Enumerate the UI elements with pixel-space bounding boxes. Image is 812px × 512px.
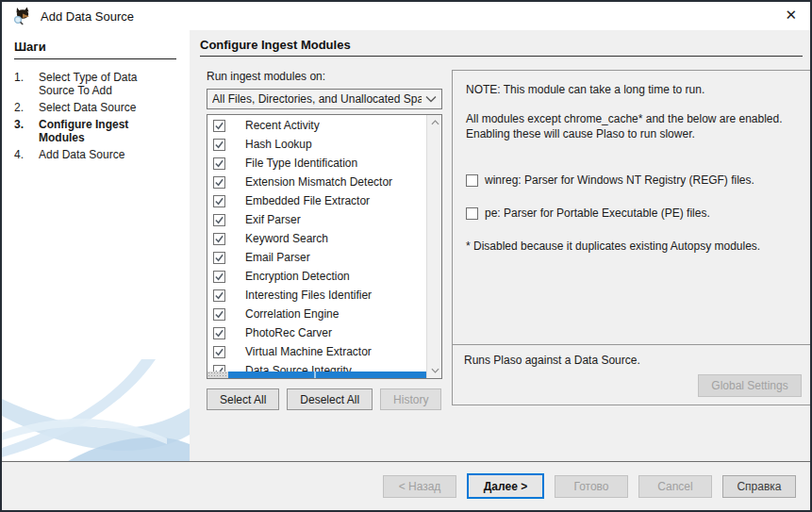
help-button[interactable]: Справка bbox=[722, 475, 796, 498]
run-on-selected-value: All Files, Directories, and Unallocated … bbox=[212, 92, 422, 106]
steps-header-rule bbox=[14, 58, 176, 59]
module-checkbox-checked[interactable] bbox=[213, 214, 225, 226]
module-label: Interesting Files Identifier bbox=[245, 289, 372, 302]
parser-option-label: pe: Parser for Portable Executable (PE) … bbox=[485, 206, 710, 220]
select-all-button[interactable]: Select All bbox=[207, 388, 279, 410]
run-on-dropdown[interactable]: All Files, Directories, and Unallocated … bbox=[207, 89, 442, 109]
module-selection-column: Run ingest modules on: All Files, Direct… bbox=[207, 70, 442, 410]
module-checkbox-checked[interactable] bbox=[213, 120, 225, 132]
title-bar: Add Data Source ✕ bbox=[2, 2, 810, 30]
step-number: 2. bbox=[14, 101, 39, 114]
module-checkbox-checked[interactable] bbox=[213, 195, 225, 207]
module-footnote: * Disabled because it duplicates existin… bbox=[466, 239, 798, 253]
global-settings-button: Global Settings bbox=[698, 374, 802, 397]
module-description-area: Runs Plaso against a Data Source. Global… bbox=[453, 344, 811, 405]
module-row[interactable]: Correlation Engine bbox=[207, 305, 426, 323]
module-row[interactable]: Keyword Search bbox=[207, 229, 426, 248]
close-icon[interactable]: ✕ bbox=[785, 7, 797, 24]
steps-header: Шаги bbox=[14, 40, 178, 54]
module-row[interactable]: Recent Activity bbox=[207, 116, 426, 135]
module-note: NOTE: This module can take a long time t… bbox=[466, 83, 798, 96]
wizard-step: 1. Select Type of Data Source To Add bbox=[14, 71, 178, 97]
module-label: Keyword Search bbox=[245, 232, 328, 245]
module-label: File Type Identification bbox=[245, 157, 357, 170]
module-checkbox-checked[interactable] bbox=[213, 327, 225, 339]
module-label: Recent Activity bbox=[245, 119, 320, 132]
wizard-button-bar: < Назад Далее > Готово Cancel Справка bbox=[2, 461, 810, 510]
module-label: Exif Parser bbox=[245, 213, 301, 226]
plaso-settings: NOTE: This module can take a long time t… bbox=[453, 71, 811, 344]
step-label: Select Data Source bbox=[39, 101, 174, 114]
module-checkbox-checked[interactable] bbox=[213, 233, 225, 245]
module-row[interactable]: Email Parser bbox=[207, 248, 426, 267]
module-label: PhotoRec Carver bbox=[245, 326, 332, 339]
step-label: Select Type of Data Source To Add bbox=[39, 71, 174, 97]
deselect-all-button[interactable]: Deselect All bbox=[287, 388, 373, 410]
step-label: Configure Ingest Modules bbox=[39, 118, 174, 144]
module-checkbox-checked[interactable] bbox=[213, 289, 225, 302]
wizard-step: 2. Select Data Source bbox=[14, 101, 178, 114]
vertical-scrollbar[interactable] bbox=[426, 115, 441, 378]
cancel-button: Cancel bbox=[638, 475, 712, 498]
module-label: Email Parser bbox=[245, 251, 310, 264]
chevron-down-icon bbox=[425, 95, 437, 103]
wizard-step: 3. Configure Ingest Modules bbox=[14, 118, 178, 144]
wizard-steps-sidebar: Шаги 1. Select Type of Data Source To Ad… bbox=[2, 30, 190, 461]
module-checkbox-checked[interactable] bbox=[213, 252, 225, 264]
steps-list: 1. Select Type of Data Source To Add 2. … bbox=[14, 71, 178, 161]
module-checkbox-checked[interactable] bbox=[213, 139, 225, 151]
page-title-rule bbox=[200, 56, 803, 57]
horizontal-scroll-tick bbox=[314, 372, 316, 378]
step-number: 1. bbox=[14, 71, 39, 97]
dialog-body: Шаги 1. Select Type of Data Source To Ad… bbox=[2, 30, 810, 461]
parser-option-label: winreg: Parser for Windows NT Registry (… bbox=[485, 173, 754, 187]
scroll-down-icon[interactable] bbox=[427, 363, 442, 378]
step-number: 4. bbox=[14, 148, 39, 161]
add-data-source-dialog: Add Data Source ✕ Шаги 1. Select Type of… bbox=[0, 0, 812, 512]
window-title: Add Data Source bbox=[41, 9, 134, 24]
parser-option-checkbox-unchecked[interactable] bbox=[466, 174, 478, 187]
step-label: Add Data Source bbox=[39, 148, 174, 161]
module-row[interactable]: Extension Mismatch Detector bbox=[207, 173, 426, 191]
module-list: Recent Activity Hash Lookup bbox=[207, 116, 426, 379]
module-row[interactable]: Embedded File Extractor bbox=[207, 191, 426, 210]
module-checkbox-checked[interactable] bbox=[213, 308, 225, 321]
parser-options: winreg: Parser for Windows NT Registry (… bbox=[466, 173, 798, 220]
module-label: Virtual Machine Extractor bbox=[245, 345, 372, 358]
module-checkbox-checked[interactable] bbox=[213, 271, 225, 283]
module-row[interactable]: File Type Identification bbox=[207, 154, 426, 173]
back-button: < Назад bbox=[383, 475, 456, 498]
wizard-step: 4. Add Data Source bbox=[14, 148, 178, 161]
parser-option-checkbox-unchecked[interactable] bbox=[466, 207, 478, 220]
parser-option-row[interactable]: pe: Parser for Portable Executable (PE) … bbox=[466, 206, 798, 220]
module-label: Extension Mismatch Detector bbox=[245, 175, 392, 189]
ingest-modules-listbox: Recent Activity Hash Lookup bbox=[207, 114, 442, 379]
module-checkbox-checked[interactable] bbox=[213, 157, 225, 170]
module-label: Embedded File Extractor bbox=[245, 194, 370, 207]
module-checkbox-checked[interactable] bbox=[213, 346, 225, 358]
scroll-up-icon[interactable] bbox=[427, 115, 442, 130]
module-row[interactable]: Virtual Machine Extractor bbox=[207, 342, 426, 361]
module-row[interactable]: Interesting Files Identifier bbox=[207, 286, 426, 305]
horizontal-scrollbar[interactable] bbox=[207, 372, 426, 378]
parser-option-row[interactable]: winreg: Parser for Windows NT Registry (… bbox=[466, 173, 798, 187]
page-title: Configure Ingest Modules bbox=[200, 38, 803, 52]
module-row[interactable]: Encryption Detection bbox=[207, 267, 426, 286]
module-checkbox-checked[interactable] bbox=[213, 176, 225, 189]
finish-button: Готово bbox=[555, 475, 628, 498]
module-paragraph: All modules except chrome_cache* and the… bbox=[466, 111, 798, 141]
horizontal-scroll-thumb[interactable] bbox=[207, 372, 228, 378]
module-label: Hash Lookup bbox=[245, 138, 312, 151]
autopsy-dog-icon bbox=[13, 7, 32, 25]
configure-ingest-panel: Configure Ingest Modules Run ingest modu… bbox=[190, 30, 810, 461]
next-button[interactable]: Далее > bbox=[467, 473, 544, 499]
module-row[interactable]: PhotoRec Carver bbox=[207, 323, 426, 342]
history-button: History bbox=[380, 388, 441, 410]
module-row[interactable]: Hash Lookup bbox=[207, 135, 426, 154]
module-description: Runs Plaso against a Data Source. bbox=[464, 354, 800, 367]
module-settings-panel: NOTE: This module can take a long time t… bbox=[452, 70, 812, 405]
module-label: Correlation Engine bbox=[245, 307, 339, 321]
module-row[interactable]: Exif Parser bbox=[207, 210, 426, 229]
run-ingest-label: Run ingest modules on: bbox=[207, 70, 442, 83]
module-label: Encryption Detection bbox=[245, 270, 350, 283]
